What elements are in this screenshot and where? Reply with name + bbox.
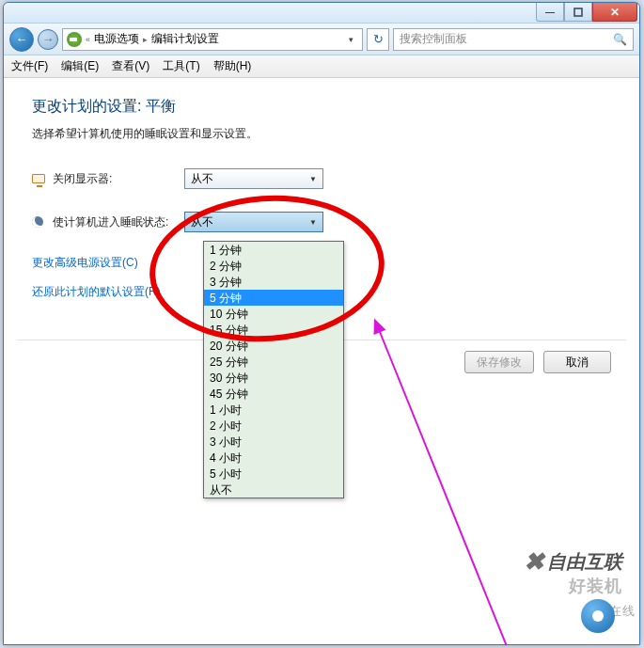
- page-title: 更改计划的设置: 平衡: [32, 97, 611, 117]
- titlebar: — ✕: [4, 3, 639, 24]
- menu-edit[interactable]: 编辑(E): [61, 58, 99, 74]
- dropdown-option[interactable]: 5 小时: [204, 466, 343, 482]
- breadcrumb-sep: «: [86, 35, 90, 44]
- address-bar[interactable]: « 电源选项 ▸ 编辑计划设置 ▾: [62, 28, 363, 51]
- dropdown-option[interactable]: 20 分钟: [204, 338, 343, 354]
- breadcrumb-2[interactable]: 编辑计划设置: [151, 31, 219, 47]
- dropdown-option[interactable]: 5 分钟: [204, 290, 343, 306]
- turn-off-display-select[interactable]: 从不 ▼: [184, 168, 323, 189]
- menubar: 文件(F) 编辑(E) 查看(V) 工具(T) 帮助(H): [4, 55, 639, 78]
- refresh-button[interactable]: ↻: [367, 28, 389, 51]
- turn-off-display-label: 关闭显示器:: [53, 171, 184, 187]
- sleep-label: 使计算机进入睡眠状态:: [53, 214, 184, 230]
- window: — ✕ ← → « 电源选项 ▸ 编辑计划设置 ▾ ↻ 搜索控制面板 🔍 文件(…: [3, 2, 640, 645]
- dropdown-option[interactable]: 2 分钟: [204, 258, 343, 274]
- button-row: 保存修改 取消: [464, 351, 611, 373]
- dropdown-option[interactable]: 10 分钟: [204, 306, 343, 322]
- menu-tools[interactable]: 工具(T): [163, 58, 199, 74]
- dropdown-option[interactable]: 4 小时: [204, 450, 343, 466]
- dropdown-option[interactable]: 从不: [204, 482, 343, 498]
- page-subtitle: 选择希望计算机使用的睡眠设置和显示设置。: [32, 126, 611, 142]
- minimize-button[interactable]: —: [536, 3, 564, 22]
- forward-button[interactable]: →: [38, 29, 58, 50]
- sleep-select[interactable]: 从不 ▼: [184, 212, 323, 232]
- breadcrumb-sep: ▸: [143, 35, 148, 44]
- content-area: 更改计划的设置: 平衡 选择希望计算机使用的睡眠设置和显示设置。 关闭显示器: …: [4, 78, 639, 644]
- dropdown-option[interactable]: 15 分钟: [204, 322, 343, 338]
- svg-rect-0: [574, 8, 582, 16]
- dropdown-option[interactable]: 1 小时: [204, 402, 343, 418]
- breadcrumb-1[interactable]: 电源选项: [94, 31, 139, 47]
- dropdown-option[interactable]: 2 小时: [204, 418, 343, 434]
- back-button[interactable]: ←: [9, 27, 34, 52]
- cancel-button[interactable]: 取消: [543, 351, 611, 373]
- sleep-dropdown-list[interactable]: 1 分钟2 分钟3 分钟5 分钟10 分钟15 分钟20 分钟25 分钟30 分…: [203, 241, 344, 498]
- search-input[interactable]: 搜索控制面板 🔍: [393, 28, 634, 51]
- search-placeholder: 搜索控制面板: [400, 31, 467, 47]
- turn-off-display-value: 从不: [191, 171, 213, 187]
- sleep-value: 从不: [191, 214, 213, 230]
- row-turn-off-display: 关闭显示器: 从不 ▼: [32, 168, 611, 189]
- dropdown-option[interactable]: 30 分钟: [204, 370, 343, 386]
- dropdown-option[interactable]: 3 分钟: [204, 274, 343, 290]
- dropdown-option[interactable]: 3 小时: [204, 434, 343, 450]
- navbar: ← → « 电源选项 ▸ 编辑计划设置 ▾ ↻ 搜索控制面板 🔍: [4, 24, 639, 55]
- menu-file[interactable]: 文件(F): [11, 58, 48, 74]
- search-icon: 🔍: [613, 33, 627, 46]
- maximize-button[interactable]: [564, 3, 592, 22]
- annotation-arrow-head: [369, 316, 386, 335]
- chevron-down-icon: ▼: [306, 214, 321, 229]
- monitor-icon: [32, 174, 45, 183]
- chevron-down-icon: ▼: [306, 171, 321, 186]
- control-panel-icon: [67, 32, 82, 47]
- save-button[interactable]: 保存修改: [464, 351, 534, 373]
- watermark-logo: ✖自由互联: [524, 547, 622, 577]
- moon-icon: [32, 216, 43, 228]
- menu-view[interactable]: 查看(V): [112, 58, 149, 74]
- dropdown-option[interactable]: 25 分钟: [204, 354, 343, 370]
- address-dropdown[interactable]: ▾: [343, 35, 358, 44]
- maximize-icon: [573, 8, 583, 17]
- menu-help[interactable]: 帮助(H): [213, 58, 252, 74]
- dropdown-option[interactable]: 45 分钟: [204, 386, 343, 402]
- row-sleep: 使计算机进入睡眠状态: 从不 ▼: [32, 212, 611, 232]
- close-button[interactable]: ✕: [592, 3, 637, 22]
- watermark-text-2: 好装机: [569, 575, 622, 597]
- watermark-eye-icon: [581, 599, 615, 633]
- dropdown-option[interactable]: 1 分钟: [204, 242, 343, 258]
